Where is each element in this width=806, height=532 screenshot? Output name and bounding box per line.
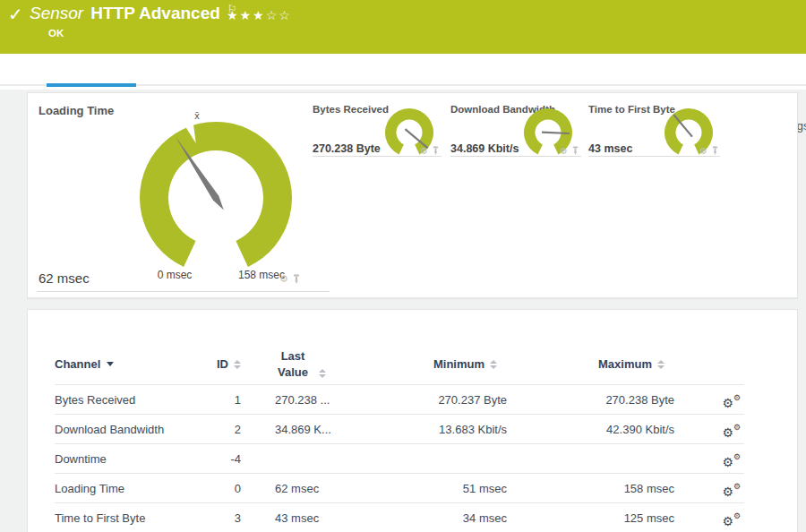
page-title: HTTP Advanced <box>90 4 220 23</box>
column-header-channel[interactable]: Channel <box>55 357 187 371</box>
active-tab-underline <box>47 83 136 87</box>
gauge-tools: ⚙ <box>420 146 440 156</box>
header-label: ID <box>217 357 228 371</box>
channel-name[interactable]: Downtime <box>55 452 187 466</box>
primary-gauge-value: 62 msec <box>39 270 90 286</box>
pin-icon[interactable] <box>571 146 579 156</box>
gear-icon: ⚙ <box>733 511 741 520</box>
column-header-last-value[interactable]: Last Value <box>272 348 326 380</box>
gauge-tools: ⚙ <box>699 146 719 156</box>
gauge-settings-icon[interactable]: ⚙ <box>279 273 288 285</box>
channel-minimum: 270.237 Byte <box>438 393 511 407</box>
gauge-needle <box>542 133 570 133</box>
channel-id: -4 <box>230 452 241 466</box>
mini-gauge-title: Bytes Received <box>313 104 389 115</box>
channel-maximum: 125 msec <box>624 511 679 525</box>
column-header-id[interactable]: ID <box>217 357 241 371</box>
header-label: Last Value <box>272 348 313 380</box>
channels-panel: Channel ID Last Value Minimum Maximum <box>27 309 798 532</box>
sort-arrows-icon <box>234 360 241 369</box>
table-row: Time to First Byte 3 43 msec 34 msec 125… <box>55 503 744 532</box>
prtg-sensor-page: ✓ Sensor HTTP Advanced ⚐ ★★★☆☆ OK Overvi… <box>0 0 806 532</box>
channel-last-value: 43 msec <box>241 511 357 525</box>
gauge-tools: ⚙ <box>560 146 579 156</box>
mini-gauge-value: 43 msec <box>588 142 632 155</box>
gauge-settings-icon[interactable]: ⚙ <box>699 146 707 156</box>
sensor-title-line: Sensor HTTP Advanced ⚐ <box>30 4 237 23</box>
gear-icon: ⚙ <box>722 485 733 499</box>
channel-name[interactable]: Download Bandwidth <box>55 423 187 436</box>
loading-time-gauge <box>126 106 305 278</box>
sort-arrows-icon <box>657 360 665 369</box>
divider <box>450 156 581 157</box>
gear-icon: ⚙ <box>733 423 741 432</box>
channel-maximum: 158 msec <box>624 482 679 495</box>
pin-icon[interactable] <box>432 146 440 156</box>
pin-icon[interactable] <box>711 146 719 156</box>
sensor-type-label: Sensor <box>30 4 83 23</box>
channel-table: Channel ID Last Value Minimum Maximum <box>55 344 744 532</box>
channel-minimum: 34 msec <box>463 511 511 525</box>
gauge-scale-min: 0 msec <box>147 269 202 281</box>
gauge-tools: ⚙ <box>279 273 301 285</box>
gear-icon: ⚙ <box>722 514 733 528</box>
header-label: Channel <box>55 357 100 371</box>
channel-last-value: 34.869 K... <box>241 423 357 436</box>
priority-stars[interactable]: ★★★☆☆ <box>227 8 292 22</box>
channel-last-value: 270.238 ... <box>241 393 357 407</box>
header-label: Minimum <box>433 357 484 371</box>
pin-icon[interactable] <box>292 274 301 285</box>
divider <box>37 291 330 292</box>
header-label: Maximum <box>598 357 652 371</box>
table-row: Bytes Received 1 270.238 ... 270.237 Byt… <box>55 385 744 415</box>
channel-minimum: 51 msec <box>463 482 511 495</box>
gear-icon: ⚙ <box>722 396 733 410</box>
table-header-row: Channel ID Last Value Minimum Maximum <box>55 344 744 385</box>
gear-icon: ⚙ <box>722 425 733 440</box>
sort-arrows-icon <box>319 369 326 378</box>
gear-icon: ⚙ <box>733 452 741 461</box>
channel-id: 0 <box>235 482 241 495</box>
channel-id: 1 <box>235 393 241 407</box>
channel-id: 3 <box>235 511 241 525</box>
channel-minimum: 13.683 Kbit/s <box>439 423 511 436</box>
channel-id: 2 <box>235 423 241 436</box>
primary-gauge-title: Loading Time <box>39 104 114 117</box>
gear-icon: ⚙ <box>722 455 733 469</box>
gauge-settings-icon[interactable]: ⚙ <box>420 146 428 156</box>
channel-maximum: 270.238 Byte <box>605 393 679 407</box>
sensor-status-header: ✓ Sensor HTTP Advanced ⚐ ★★★☆☆ OK <box>0 0 806 54</box>
column-header-maximum[interactable]: Maximum <box>598 357 679 371</box>
sort-arrows-icon <box>490 360 497 369</box>
gear-icon: ⚙ <box>733 393 741 402</box>
table-row: Loading Time 0 62 msec 51 msec 158 msec … <box>55 474 744 503</box>
divider <box>588 156 720 157</box>
mini-gauge-value: 270.238 Byte <box>313 142 381 155</box>
gauge-settings-icon[interactable]: ⚙ <box>560 146 568 156</box>
gauges-panel: Loading Time x̄ 0 msec 158 msec 62 msec … <box>27 92 798 298</box>
channel-name[interactable]: Time to First Byte <box>55 511 187 525</box>
status-check-icon: ✓ <box>8 4 23 25</box>
table-row: Download Bandwidth 2 34.869 K... 13.683 … <box>55 415 744 444</box>
mini-gauge-value: 34.869 Kbit/s <box>450 142 519 155</box>
channel-last-value: 62 msec <box>241 482 357 495</box>
mean-marker-label: x̄ <box>190 110 204 121</box>
sort-caret-down-icon <box>107 362 114 366</box>
column-header-minimum[interactable]: Minimum <box>433 357 511 371</box>
status-badge: OK <box>48 28 64 39</box>
channel-maximum: 42.390 Kbit/s <box>606 423 679 436</box>
channel-name[interactable]: Bytes Received <box>55 393 187 407</box>
divider <box>313 156 442 157</box>
gear-icon: ⚙ <box>733 482 741 491</box>
tab-bar: Overview Live Data 2 days 30 days 365 da… <box>0 54 806 90</box>
channel-name[interactable]: Loading Time <box>55 482 187 495</box>
table-row: Downtime -4 ⚙⚙ <box>55 444 744 474</box>
